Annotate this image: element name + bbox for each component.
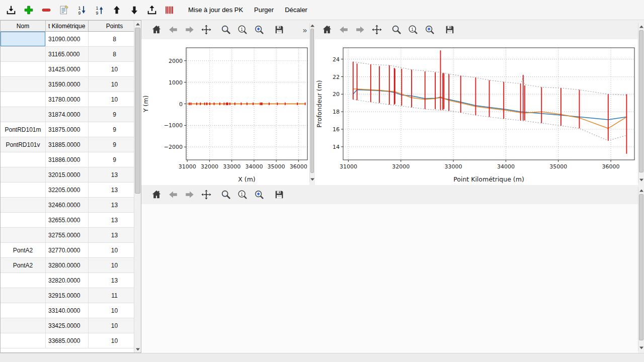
edit-list-button[interactable]	[57, 3, 71, 17]
cell-nom[interactable]	[1, 333, 46, 348]
sort-asc-button[interactable]: 19	[92, 3, 106, 17]
cell-points[interactable]: 9	[89, 122, 141, 137]
table-row[interactable]: 32820.000013	[1, 273, 141, 288]
table-row[interactable]: 31886.00009	[1, 152, 141, 167]
update-pk-button[interactable]: Mise à jour des PK	[184, 4, 248, 16]
pan-button[interactable]	[200, 188, 212, 201]
cell-nom[interactable]	[1, 318, 46, 333]
cell-nom[interactable]	[1, 213, 46, 227]
home-button[interactable]	[150, 23, 163, 36]
cell-points[interactable]: 13	[89, 183, 141, 197]
zoom-button[interactable]	[220, 23, 232, 36]
add-button[interactable]	[22, 3, 36, 17]
cell-nom[interactable]	[1, 32, 46, 46]
cell-points[interactable]: 10	[89, 62, 141, 76]
table-scrollbar-track[interactable]	[134, 27, 141, 346]
cell-pk[interactable]: 32460.0000	[46, 198, 89, 212]
plan-chart-canvas[interactable]: 310003200033000340003500036000−2000−1000…	[141, 39, 309, 185]
cell-pk[interactable]: 32655.0000	[46, 213, 89, 227]
scroll-up-icon[interactable]	[638, 23, 644, 30]
sort-desc-button[interactable]: 19	[74, 3, 89, 17]
cell-pk[interactable]: 31780.0000	[46, 92, 89, 107]
cell-points[interactable]: 13	[89, 228, 141, 242]
column-header-pk[interactable]: t Kilométrique	[46, 21, 89, 31]
table-row[interactable]: 32205.000013	[1, 183, 141, 198]
table-row[interactable]: 31780.000010	[1, 92, 141, 107]
cell-pk[interactable]: 32800.0000	[46, 258, 89, 273]
zoom-plus-button[interactable]	[424, 23, 436, 36]
cell-nom[interactable]	[1, 228, 46, 242]
export-button[interactable]	[145, 3, 159, 17]
zoom-button[interactable]	[390, 23, 403, 36]
scroll-up-icon[interactable]	[638, 187, 644, 194]
cell-nom[interactable]	[1, 288, 46, 303]
cell-points[interactable]: 11	[89, 288, 141, 303]
cell-points[interactable]: 10	[89, 258, 141, 273]
table-row[interactable]: 31090.00008	[1, 32, 141, 47]
up-button[interactable]	[110, 3, 124, 17]
bottom-scrollbar-track[interactable]	[638, 194, 644, 344]
table-row[interactable]: PontRD101v31885.00009	[1, 137, 141, 152]
cell-nom[interactable]	[1, 273, 46, 288]
cell-pk[interactable]: 33425.0000	[46, 318, 89, 333]
zoom-plus-button[interactable]	[253, 23, 265, 36]
cell-nom[interactable]: PontA2	[1, 258, 46, 273]
cell-pk[interactable]: 32015.0000	[46, 167, 89, 182]
cell-pk[interactable]: 31590.0000	[46, 77, 89, 92]
down-button[interactable]	[127, 3, 141, 17]
cell-nom[interactable]: PontA2	[1, 243, 46, 257]
save-button[interactable]	[273, 188, 285, 201]
cell-points[interactable]: 10	[89, 303, 141, 318]
table-scrollbar[interactable]	[134, 21, 141, 352]
cell-points[interactable]: 13	[89, 167, 141, 182]
table-row[interactable]: PontA232770.000010	[1, 243, 141, 258]
cell-points[interactable]: 9	[89, 107, 141, 122]
cell-pk[interactable]: 33140.0000	[46, 303, 89, 318]
cell-points[interactable]: 13	[89, 213, 141, 227]
table-row[interactable]: 32460.000013	[1, 198, 141, 213]
cell-points[interactable]: 8	[89, 32, 141, 46]
cell-points[interactable]: 9	[89, 137, 141, 152]
table-row[interactable]: 33685.000010	[1, 333, 141, 348]
table-row[interactable]: 31425.000010	[1, 62, 141, 77]
table-row[interactable]: 32755.000013	[1, 228, 141, 243]
pan-button[interactable]	[200, 23, 212, 36]
cell-pk[interactable]: 31874.0000	[46, 107, 89, 122]
table-scrollbar-thumb[interactable]	[135, 28, 140, 194]
forward-button[interactable]	[184, 188, 196, 201]
cell-pk[interactable]: 32755.0000	[46, 228, 89, 242]
cell-points[interactable]: 13	[89, 198, 141, 212]
cell-points[interactable]: 9	[89, 152, 141, 167]
cell-pk[interactable]: 32770.0000	[46, 243, 89, 257]
cell-nom[interactable]: PontRD101m	[1, 122, 46, 137]
cell-nom[interactable]	[1, 77, 46, 92]
cell-nom[interactable]	[1, 183, 46, 197]
home-button[interactable]	[150, 188, 163, 201]
cell-points[interactable]: 10	[89, 333, 141, 348]
cell-nom[interactable]	[1, 152, 46, 167]
scroll-down-icon[interactable]	[134, 346, 141, 352]
table-row[interactable]: PontA232800.000010	[1, 258, 141, 273]
import-button[interactable]	[4, 3, 18, 17]
cell-nom[interactable]	[1, 92, 46, 107]
save-button[interactable]	[273, 23, 285, 36]
cell-pk[interactable]: 31090.0000	[46, 32, 89, 46]
table-row[interactable]: 32915.000011	[1, 288, 141, 303]
table-row[interactable]: 33425.000010	[1, 318, 141, 333]
cell-points[interactable]: 10	[89, 77, 141, 92]
back-button[interactable]	[167, 23, 179, 36]
home-button[interactable]	[321, 23, 333, 36]
scroll-down-icon[interactable]	[638, 344, 644, 351]
table-row[interactable]: 32655.000013	[1, 213, 141, 228]
plan-scrollbar-thumb[interactable]	[310, 29, 314, 173]
plan-panel-scrollbar[interactable]	[309, 23, 314, 182]
cell-pk[interactable]: 32820.0000	[46, 273, 89, 288]
profile-chart-canvas[interactable]: 3100032000330003400035000360001416182022…	[315, 39, 638, 185]
empty-plot-area[interactable]	[141, 204, 638, 353]
zoom-button[interactable]	[220, 188, 232, 201]
pan-button[interactable]	[371, 23, 383, 36]
cell-points[interactable]: 10	[89, 243, 141, 257]
purge-button[interactable]: Purger	[250, 4, 278, 16]
cell-nom[interactable]	[1, 47, 46, 61]
scroll-down-icon[interactable]	[310, 177, 314, 182]
